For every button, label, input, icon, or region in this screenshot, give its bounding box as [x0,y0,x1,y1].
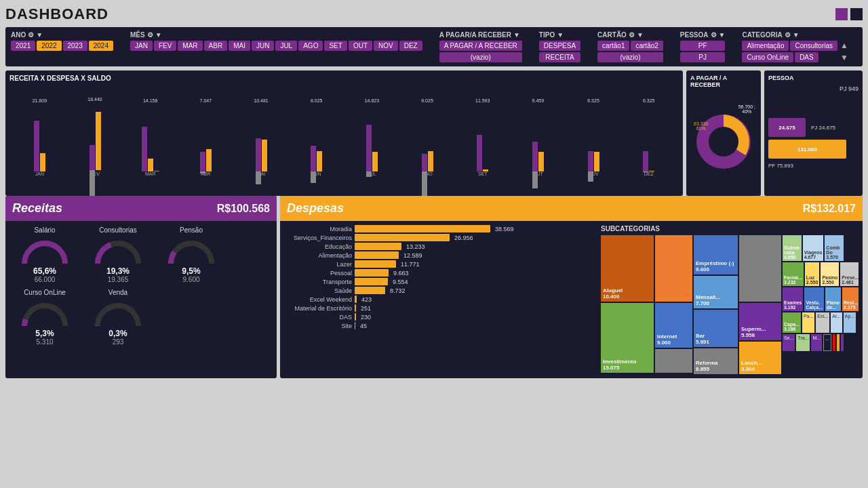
subcategorias-section: SUBCATEGORIAS Aluguel10.400 Investimento… [601,225,859,374]
filter-tipo-receita[interactable]: RECEITA [539,52,580,62]
bar-mai-despesa [262,140,267,171]
filter-cat-alimentacao[interactable]: Alimentação [742,41,789,51]
filter-cat-consultorias[interactable]: Consultorias [790,41,837,51]
bar-fev-saldo [90,170,95,196]
filter-ano-2022[interactable]: 2022 [37,41,61,51]
treemap-gray2 [655,349,692,373]
filter-cat-das[interactable]: DAS [795,52,818,62]
filter-ano-2021[interactable]: 2021 [11,41,35,51]
despesas-bars: Moradia 38.569 Serviços_Financeiros 26.9… [284,225,597,374]
treemap-investimento: Investimento15.075 [601,303,654,373]
filter-mes-jun[interactable]: JUN [252,41,274,51]
bar-dez-saldo [643,171,648,172]
bar-mar-despesa [148,159,153,171]
treemap-red [833,334,835,351]
filter-cartao-vazio[interactable]: (vazio) [597,52,663,62]
filter-ano-icon[interactable]: ⚙ [28,31,34,39]
bar-jul-saldo [366,171,372,177]
despesa-saude: Saúde 8.732 [284,287,597,294]
treemap-orange2 [837,334,840,351]
filter-mes-icon[interactable]: ⚙ [147,31,153,39]
treemap-luz: Luz2.550 [805,262,820,286]
treemap-m: M... [811,334,822,351]
filter-ano-funnel[interactable]: ▼ [36,31,43,39]
despesas-header: Despesas R$132.017 [280,196,863,221]
bar-nov-receita [588,151,593,171]
filter-categoria-funnel[interactable]: ▼ [793,31,800,39]
filter-mes-nov[interactable]: NOV [374,41,398,51]
filter-ano-2024[interactable]: 2024 [89,41,113,51]
filter-mes-abr[interactable]: ABR [204,41,228,51]
pessoa-pf-bar: 131.068 [768,140,846,159]
filter-mes-fev[interactable]: FEV [154,41,176,51]
receber-val: 56.700 ; [738,104,755,109]
treemap-ap: Ap... [844,312,856,333]
treemap-bar: Bar5.891 [694,310,738,347]
filter-mes-jul[interactable]: JUL [275,41,297,51]
filter-mes-set[interactable]: SET [324,41,347,51]
bar-jun-despesa [317,151,322,171]
receitas-content: Salário 65,6% 66.000 Consultorias 19, [5,221,277,351]
despesa-site: Site 45 [284,322,597,329]
filter-cartao: CARTÃO ⚙ ▼ cartão1 cartão2 (vazio) [597,31,663,62]
despesa-servicos: Serviços_Financeiros 26.956 [284,234,597,241]
gauge-salario-svg [21,237,68,265]
filter-cartao-2[interactable]: cartão2 [631,41,663,51]
filter-tipo-funnel[interactable]: ▼ [557,31,564,39]
filter-mes-funnel[interactable]: ▼ [155,31,162,39]
despesa-pessoal: Pessoal 9.663 [284,269,597,277]
filter-apagar: A PAGAR/A RECEBER ▼ A PAGAR / A RECEBER … [439,31,522,62]
filter-cat-cursoonline[interactable]: Curso OnLine [742,52,793,62]
dashboard-title: DASHBOARD [5,5,835,23]
scroll-up-icon[interactable]: ▲ [840,41,848,50]
bar-fev-receita [90,145,95,170]
filter-apagar-1[interactable]: A PAGAR / A RECEBER [439,41,522,51]
treemap-superm: Superm...5.558 [739,303,781,340]
bar-jul-despesa [372,152,378,171]
bar-abr-saldo [200,171,205,174]
bar-jan-despesa [40,153,45,171]
despesas-content: Moradia 38.569 Serviços_Financeiros 26.9… [280,221,863,378]
treemap-aluguel: Aluguel10.400 [601,235,654,302]
despesa-lazer: Lazer 11.771 [284,260,597,268]
despesa-das: DAS 230 [284,313,597,321]
filter-pessoa-pf[interactable]: PF [680,41,726,51]
despesa-material: Material de Escritório 251 [284,304,597,312]
filter-mes-dez[interactable]: DEZ [399,41,422,51]
filter-mes-ago[interactable]: AGO [298,41,323,51]
despesa-educacao: Educação 13.233 [284,243,597,250]
filter-mes-out[interactable]: OUT [349,41,372,51]
pagar-pct: 83.330 [694,121,708,126]
filter-pessoa-pj[interactable]: PJ [680,52,726,62]
filter-ano-2023[interactable]: 2023 [63,41,87,51]
filter-apagar-2[interactable]: (vazio) [439,52,522,62]
filter-cartao-1[interactable]: cartão1 [597,41,629,51]
bar-out-despesa [538,152,544,171]
filter-cartao-icon[interactable]: ⚙ [629,31,635,39]
bar-jun-receita [311,146,316,171]
gauge-consultorias-svg [94,237,142,265]
filter-categoria: CATEGORIA ⚙ ▼ Alimentação Consultorias C… [742,31,848,62]
filter-mes-mai[interactable]: MAI [229,41,250,51]
filter-cartao-funnel[interactable]: ▼ [637,31,644,39]
receitas-amount: R$100.568 [217,203,270,215]
filter-pessoa-icon[interactable]: ⚙ [711,31,717,39]
filter-ano: ANO ⚙ ▼ 2021 2022 2023 2024 [11,31,113,51]
bar-ago-despesa [428,151,433,171]
treemap-orange [655,235,692,302]
treemap-combdo: Comb Do3.570 [825,235,844,261]
filter-apagar-funnel[interactable]: ▼ [513,31,520,39]
scroll-down-icon[interactable]: ▼ [840,53,848,62]
treemap: Aluguel10.400 Investimento15.075 Interne… [601,235,859,374]
filter-pessoa-funnel[interactable]: ▼ [719,31,726,39]
filter-tipo-despesa[interactable]: DESPESA [539,41,580,51]
filter-categoria-icon[interactable]: ⚙ [785,31,791,39]
filter-mes-mar[interactable]: MAR [178,41,202,51]
despesa-moradia: Moradia 38.569 [284,225,597,232]
treemap-exames: Exames3.192 [783,287,803,311]
pj-top-value: PJ 949 [768,85,859,92]
filter-mes-jan[interactable]: JAN [130,41,153,51]
bar-out-receita [532,142,538,171]
bar-dez-despesa [649,171,654,171]
treemap-lanch: Lanch...3.004 [739,342,781,374]
